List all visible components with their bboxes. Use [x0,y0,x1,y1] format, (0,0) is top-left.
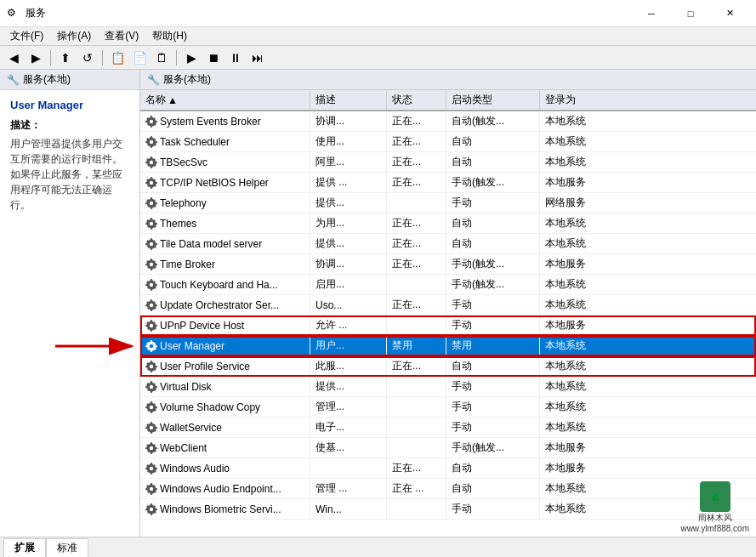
table-row[interactable]: WalletService 电子... 手动 本地系统 [140,418,756,438]
cell-name: User Profile Service [140,356,310,376]
table-row[interactable]: Windows Biometric Servi... Win... 手动 本地系… [140,499,756,520]
cell-login: 本地系统 [540,132,625,151]
forward-button[interactable]: ▶ [26,48,46,67]
menu-file[interactable]: 文件(F) [3,27,50,45]
cell-start: 自动 [446,479,540,498]
paste-button[interactable]: 📄 [129,48,150,67]
cell-start: 自动 [446,234,540,253]
table-row[interactable]: Windows Audio 正在... 自动 本地服务 [140,458,756,479]
table-row[interactable]: Update Orchestrator Ser... Uso... 正在... … [140,295,756,315]
cell-desc: 协调... [310,254,387,274]
copy-button[interactable]: 📋 [107,48,128,67]
desc-text: 用户管理器提供多用户交互所需要的运行时组件。如果停止此服务，某些应用程序可能无法… [10,136,129,213]
cell-login: 本地系统 [540,234,625,253]
table-row[interactable]: Volume Shadow Copy 管理... 手动 本地系统 [140,397,756,418]
right-panel-title: 服务(本地) [163,72,211,87]
table-header: 名称 ▲ 描述 状态 启动类型 登录为 [140,90,756,111]
table-row[interactable]: Touch Keyboard and Ha... 启用... 手动(触发... … [140,275,756,295]
main-layout: 🔧 服务(本地) User Manager 描述： 用户管理器提供多用户交互所需… [0,70,756,537]
table-row[interactable]: TCP/IP NetBIOS Helper 提供 ... 正在... 手动(触发… [140,173,756,193]
sort-icon: ▲ [168,94,178,106]
stop-service-button[interactable]: ⏹ [203,48,224,67]
cell-start: 自动 [446,152,540,172]
title-controls: ─ □ ✕ [632,0,749,27]
col-header-status[interactable]: 状态 [387,90,446,110]
separator-3 [176,50,177,65]
cell-name: User Manager [140,336,310,355]
col-header-name[interactable]: 名称 ▲ [140,90,310,110]
status-bar: 扩展 标准 [0,537,756,557]
cell-name: Tile Data model server [140,234,310,253]
title-bar: ⚙ 服务 ─ □ ✕ [0,0,756,27]
up-button[interactable]: ⬆ [55,48,76,67]
cell-desc: 管理... [310,397,387,417]
cell-start: 自动 [446,132,540,151]
cell-start: 手动(触发... [446,438,540,458]
table-row[interactable]: Time Broker 协调... 正在... 手动(触发... 本地服务 [140,254,756,275]
menu-view[interactable]: 查看(V) [98,27,145,45]
cell-status: 正在... [387,254,446,274]
cell-login: 本地系统 [540,213,625,233]
cell-status: 正在... [387,295,446,315]
cell-login: 本地系统 [540,377,625,396]
cell-login: 本地系统 [540,479,625,498]
table-row[interactable]: Telephony 提供... 手动 网络服务 [140,193,756,213]
table-row[interactable]: Tile Data model server 提供... 正在... 自动 本地… [140,234,756,254]
cell-status [387,418,446,437]
cell-start: 手动(触发... [446,173,540,192]
cell-desc: 为用... [310,213,387,233]
cell-name: Windows Audio [140,458,310,478]
minimize-button[interactable]: ─ [632,0,671,27]
cell-status: 正在 ... [387,479,446,498]
service-table[interactable]: 名称 ▲ 描述 状态 启动类型 登录为 Sy [140,90,756,537]
menu-bar: 文件(F) 操作(A) 查看(V) 帮助(H) [0,27,756,46]
cell-login: 本地服务 [540,315,625,335]
cell-login: 网络服务 [540,193,625,213]
separator-2 [102,50,103,65]
table-row[interactable]: UPnP Device Host 允许 ... 手动 本地服务 [140,315,756,336]
cell-status: 禁用 [387,336,446,355]
table-row[interactable]: Virtual Disk 提供... 手动 本地系统 [140,377,756,397]
table-row[interactable]: Windows Audio Endpoint... 管理 ... 正在 ... … [140,479,756,499]
table-row[interactable]: WebClient 使基... 手动(触发... 本地服务 [140,438,756,458]
cell-login: 本地服务 [540,438,625,458]
menu-action[interactable]: 操作(A) [50,27,98,45]
tab-standard[interactable]: 标准 [46,538,88,557]
start-service-button[interactable]: ▶ [181,48,202,67]
cell-start: 自动 [446,213,540,233]
left-panel-header: 🔧 服务(本地) [0,70,139,90]
restart-service-button[interactable]: ⏭ [247,48,268,67]
maximize-button[interactable]: □ [671,0,710,27]
table-row[interactable]: Task Scheduler 使用... 正在... 自动 本地系统 [140,132,756,152]
app-icon: ⚙ [7,7,20,20]
pause-service-button[interactable]: ⏸ [225,48,246,67]
table-row[interactable]: System Events Broker 协调... 正在... 自动(触发..… [140,111,756,132]
cell-name: Volume Shadow Copy [140,397,310,417]
cell-desc: 提供... [310,193,387,213]
table-row[interactable]: User Profile Service 此服... 正在... 自动 本地系统 [140,356,756,377]
close-button[interactable]: ✕ [710,0,749,27]
menu-help[interactable]: 帮助(H) [145,27,194,45]
cell-status: 正在... [387,132,446,151]
right-panel-header: 🔧 服务(本地) [140,70,756,90]
back-button[interactable]: ◀ [3,48,24,67]
cell-login: 本地服务 [540,458,625,478]
cell-status [387,397,446,417]
left-panel-icon: 🔧 [7,74,20,86]
cell-status: 正在... [387,173,446,192]
col-header-login[interactable]: 登录为 [540,90,625,110]
tab-extend[interactable]: 扩展 [3,538,46,557]
cell-start: 手动 [446,295,540,315]
cell-start: 手动(触发... [446,275,540,294]
col-header-start[interactable]: 启动类型 [446,90,540,110]
cell-desc: 阿里... [310,152,387,172]
cell-status [387,377,446,396]
table-row[interactable]: User Manager 用户... 禁用 禁用 本地系统 [140,336,756,356]
refresh-button[interactable]: ↺ [77,48,98,67]
col-header-desc[interactable]: 描述 [310,90,387,110]
table-row[interactable]: Themes 为用... 正在... 自动 本地系统 [140,213,756,234]
table-row[interactable]: TBSecSvc 阿里... 正在... 自动 本地系统 [140,152,756,173]
table-body: System Events Broker 协调... 正在... 自动(触发..… [140,111,756,520]
properties-button[interactable]: 🗒 [151,48,172,67]
cell-status: 正在... [387,111,446,131]
